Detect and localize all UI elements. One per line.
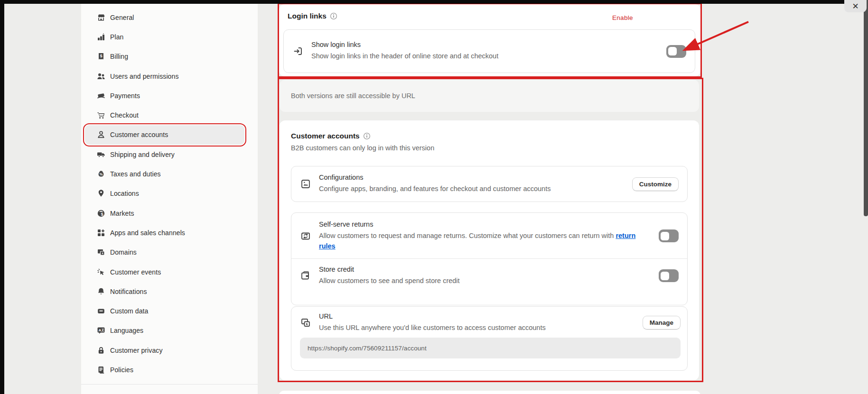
store-credit-toggle[interactable]: [659, 269, 679, 282]
sidebar-item-domains[interactable]: Domains: [85, 243, 244, 262]
manage-button[interactable]: Manage: [643, 316, 681, 330]
login-links-section: Login links Show login links Show login …: [279, 4, 700, 76]
show-login-links-toggle[interactable]: [666, 45, 686, 58]
lock-icon: [96, 346, 106, 355]
sidebar-item-languages[interactable]: A Languages: [85, 321, 244, 340]
toggle-knob: [661, 232, 669, 240]
self-serve-returns-title: Self-serve returns: [319, 220, 651, 228]
truck-icon: [96, 150, 106, 159]
sidebar-item-label: Users and permissions: [110, 73, 179, 80]
settings-sidebar: General Plan $ Billing Users and permiss…: [81, 4, 258, 394]
sidebar-item-checkout[interactable]: Checkout: [85, 105, 244, 125]
sidebar-item-label: Customer accounts: [110, 131, 168, 138]
sidebar-item-label: Customer events: [110, 268, 161, 276]
sidebar-item-general[interactable]: General: [85, 8, 244, 27]
apps-grid-icon: [96, 228, 106, 238]
plan-steps-icon: [96, 32, 106, 42]
info-icon[interactable]: [330, 12, 337, 20]
sidebar-item-payments[interactable]: Payments: [85, 86, 244, 105]
store-credit-title: Store credit: [319, 266, 651, 273]
configurations-description: Configure apps, branding, and features f…: [319, 183, 625, 194]
sidebar-item-label: Languages: [110, 327, 143, 334]
storefront-icon: [96, 13, 106, 22]
customer-accounts-title: Customer accounts: [291, 132, 360, 140]
sidebar-item-label: Taxes and duties: [110, 170, 161, 178]
users-icon: [96, 72, 106, 81]
sidebar-item-label: Locations: [110, 190, 139, 197]
url-title: URL: [319, 312, 635, 320]
url-copy-icon: [300, 317, 311, 329]
scrollbar-thumb[interactable]: [864, 0, 868, 216]
returns-and-credit-card: Self-serve returns Allow customers to re…: [291, 212, 688, 305]
account-url-field[interactable]: https://shopify.com/75609211157/account: [300, 338, 681, 358]
sidebar-item-apps-and-sales-channels[interactable]: Apps and sales channels: [85, 223, 244, 242]
policy-doc-icon: [96, 365, 106, 375]
login-links-title: Login links: [288, 12, 327, 20]
billing-receipt-icon: $: [96, 52, 106, 61]
sidebar-item-taxes-and-duties[interactable]: % Taxes and duties: [85, 164, 244, 183]
toggle-knob: [668, 47, 677, 55]
svg-text:$: $: [101, 211, 103, 216]
sidebar-item-label: Payments: [110, 92, 140, 100]
close-button[interactable]: ✕: [844, 0, 867, 12]
sidebar-item-policies[interactable]: Policies: [85, 360, 244, 379]
map-pin-icon: [96, 189, 106, 198]
cart-icon: [96, 110, 106, 120]
configurations-title: Configurations: [319, 174, 625, 181]
enable-annotation-label: Enable: [612, 14, 633, 21]
sidebar-item-label: Checkout: [110, 111, 139, 119]
sidebar-item-label: Customer privacy: [110, 347, 163, 354]
info-icon[interactable]: [363, 132, 371, 140]
url-card: URL Use this URL anywhere you'd like cus…: [291, 306, 688, 371]
show-login-links-row: Show login links Show login links in the…: [283, 29, 695, 73]
sidebar-item-notifications[interactable]: Notifications: [85, 282, 244, 301]
sidebar-item-markets[interactable]: $ Markets: [85, 203, 244, 223]
svg-text:$: $: [100, 54, 103, 58]
notice-banner: Both versions are still accessible by UR…: [280, 80, 699, 112]
sidebar-item-label: Apps and sales channels: [110, 229, 185, 237]
sidebar-item-shipping-and-delivery[interactable]: Shipping and delivery: [85, 145, 244, 164]
sidebar-item-locations[interactable]: Locations: [85, 184, 244, 203]
sidebar-item-plan[interactable]: Plan: [85, 27, 244, 46]
sidebar-item-customer-privacy[interactable]: Customer privacy: [85, 340, 244, 360]
account-url-value: https://shopify.com/75609211157/account: [308, 345, 427, 352]
sidebar-item-label: Domains: [110, 248, 137, 256]
svg-text:%: %: [100, 172, 103, 176]
sidebar-item-label: Plan: [110, 33, 123, 41]
toggle-knob: [661, 272, 669, 280]
next-section-card-top: [279, 391, 700, 394]
sidebar-item-label: Policies: [110, 366, 133, 374]
notice-text: Both versions are still accessible by UR…: [291, 92, 415, 100]
sidebar-item-label: Notifications: [110, 288, 147, 295]
tax-bag-icon: %: [96, 169, 106, 179]
bell-icon: [96, 287, 106, 296]
sidebar-item-label: Markets: [110, 210, 134, 217]
store-credit-description: Allow customers to see and spend store c…: [319, 275, 651, 286]
self-serve-returns-row: Self-serve returns Allow customers to re…: [291, 213, 687, 258]
returns-box-icon: [300, 230, 311, 242]
sidebar-item-label: Billing: [110, 53, 128, 60]
configurations-row: Configurations Configure apps, branding,…: [291, 166, 688, 202]
show-login-links-description: Show login links in the header of online…: [311, 51, 659, 61]
window-frame-top: [0, 0, 868, 4]
settings-page: ✕ General Plan $ Billing Users and permi…: [0, 0, 868, 394]
login-arrow-icon: [292, 46, 304, 57]
sidebar-item-users-and-permissions[interactable]: Users and permissions: [85, 66, 244, 86]
self-serve-returns-toggle[interactable]: [659, 229, 679, 242]
sidebar-item-customer-accounts[interactable]: Customer accounts: [85, 125, 244, 145]
sidebar-item-label: Custom data: [110, 307, 148, 315]
show-login-links-title: Show login links: [311, 41, 659, 48]
window-frame-left: [0, 0, 4, 394]
cursor-click-icon: [96, 267, 106, 277]
url-row: URL Use this URL anywhere you'd like cus…: [300, 312, 681, 333]
data-box-icon: [96, 306, 106, 316]
url-description: Use this URL anywhere you'd like custome…: [319, 322, 635, 333]
sidebar-item-customer-events[interactable]: Customer events: [85, 262, 244, 282]
sidebar-item-billing[interactable]: $ Billing: [85, 47, 244, 66]
configurations-icon: [300, 178, 311, 190]
sidebar-item-label: Shipping and delivery: [110, 151, 175, 158]
customer-accounts-subtitle: B2B customers can only log in with this …: [291, 144, 688, 152]
customize-button[interactable]: Customize: [632, 177, 679, 191]
payments-hand-icon: [96, 91, 106, 101]
sidebar-item-custom-data[interactable]: Custom data: [85, 301, 244, 321]
